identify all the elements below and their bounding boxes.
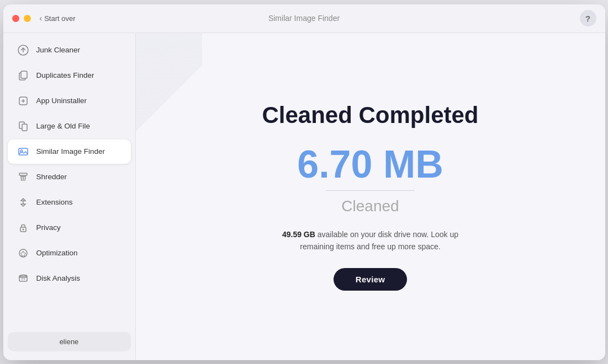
sidebar-item-junk-cleaner[interactable]: Junk Cleaner <box>8 38 131 62</box>
duplicates-finder-label: Duplicates Finder <box>36 71 94 79</box>
svg-rect-6 <box>19 148 28 155</box>
similar-image-finder-icon <box>17 145 30 158</box>
minimize-button[interactable] <box>24 15 31 22</box>
sidebar-item-privacy[interactable]: Privacy <box>8 216 131 240</box>
available-gb: 49.59 GB <box>282 230 315 239</box>
page-title: Similar Image Finder <box>268 14 340 23</box>
large-old-file-label: Large & Old File <box>36 122 91 130</box>
cleaned-size: 6.70 MB <box>297 145 443 184</box>
large-old-file-icon <box>17 120 30 133</box>
junk-cleaner-icon <box>17 44 30 57</box>
decoration <box>136 33 202 360</box>
privacy-label: Privacy <box>36 223 61 232</box>
help-button[interactable]: ? <box>580 10 596 26</box>
sidebar-item-extensions[interactable]: Extensions <box>8 190 131 215</box>
sidebar-item-similar-image-finder[interactable]: Similar Image Finder <box>8 140 131 164</box>
sidebar-item-duplicates-finder[interactable]: Duplicates Finder <box>8 63 131 88</box>
sidebar-item-disk-analysis[interactable]: Disk Analysis <box>8 266 131 291</box>
close-button[interactable] <box>12 15 19 22</box>
privacy-icon <box>17 221 30 234</box>
traffic-lights <box>12 15 31 22</box>
cleaned-label: Cleaned <box>341 197 399 215</box>
optimization-icon <box>17 247 30 260</box>
start-over-label: Start over <box>44 14 75 23</box>
app-uninstaller-icon <box>17 94 30 108</box>
duplicates-finder-icon <box>17 69 30 82</box>
user-button[interactable]: eliene <box>8 332 131 351</box>
extensions-icon <box>17 196 30 209</box>
app-uninstaller-label: App Uninstaller <box>36 97 87 105</box>
svg-rect-5 <box>22 124 27 131</box>
username-label: eliene <box>60 338 79 346</box>
content-area: Junk Cleaner Duplicates Finder <box>3 33 605 360</box>
disk-analysis-label: Disk Analysis <box>36 274 81 282</box>
shredder-icon <box>17 170 30 184</box>
app-window: ‹ Start over Similar Image Finder ? Junk… <box>3 4 605 360</box>
disk-analysis-icon <box>17 272 30 285</box>
disk-description: available on your disk drive now. Look u… <box>300 230 458 251</box>
cleaned-completed-title: Cleaned Completed <box>262 102 478 129</box>
sidebar-item-large-old-file[interactable]: Large & Old File <box>8 114 131 138</box>
main-content: Cleaned Completed 6.70 MB Cleaned 49.59 … <box>136 33 605 360</box>
sidebar-item-optimization[interactable]: Optimization <box>8 241 131 265</box>
sidebar: Junk Cleaner Duplicates Finder <box>3 33 136 360</box>
junk-cleaner-label: Junk Cleaner <box>36 46 81 54</box>
chevron-left-icon: ‹ <box>40 14 43 23</box>
svg-point-10 <box>22 228 24 230</box>
sidebar-item-app-uninstaller[interactable]: App Uninstaller <box>8 89 131 113</box>
divider <box>326 190 415 191</box>
svg-rect-8 <box>19 173 27 175</box>
title-bar: ‹ Start over Similar Image Finder ? <box>3 4 605 33</box>
sidebar-item-shredder[interactable]: Shredder <box>8 165 131 189</box>
help-icon: ? <box>585 14 590 23</box>
optimization-label: Optimization <box>36 249 78 257</box>
svg-rect-2 <box>21 71 27 78</box>
similar-image-finder-label: Similar Image Finder <box>36 147 105 156</box>
review-button[interactable]: Review <box>334 268 408 291</box>
extensions-label: Extensions <box>36 198 73 206</box>
disk-info: 49.59 GB available on your disk drive no… <box>277 228 464 253</box>
start-over-button[interactable]: ‹ Start over <box>40 14 76 23</box>
shredder-label: Shredder <box>36 173 67 181</box>
